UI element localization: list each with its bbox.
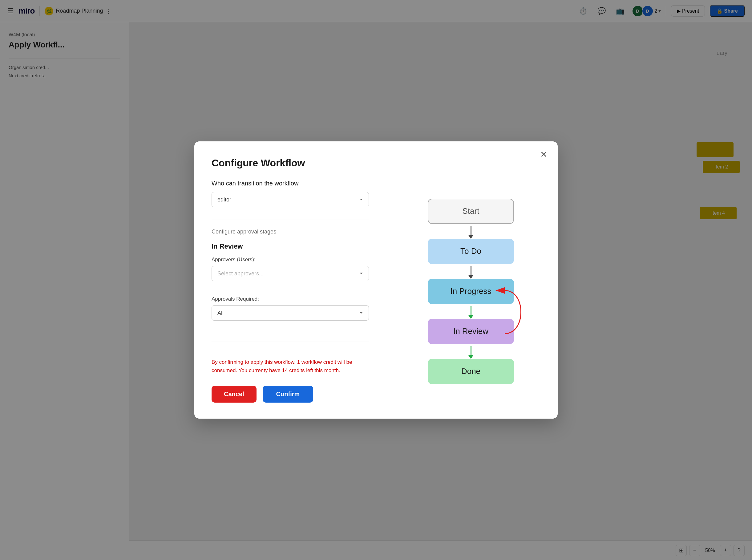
approvers-select[interactable]: Select approvers... [211, 266, 369, 281]
workflow-todo-node: To Do [428, 239, 514, 264]
modal-footer: Cancel Confirm [211, 386, 369, 403]
modal-form-section: Who can transition the workflow editor a… [211, 180, 384, 403]
form-divider-2 [211, 342, 369, 342]
workflow-inprogress-node: In Progress [428, 279, 514, 304]
arrow-inprogress-inreview [468, 304, 474, 319]
workflow-inreview-node: In Review [428, 319, 514, 344]
transition-select[interactable]: editor admin viewer [211, 192, 369, 207]
arrow-inreview-done [468, 344, 474, 359]
form-divider [211, 220, 369, 220]
approvers-label: Approvers (Users): [211, 257, 369, 263]
configure-workflow-modal: ✕ Configure Workflow Who can transition … [194, 141, 558, 419]
workflow-diagram: Start To Do In Progress [428, 199, 514, 384]
transition-label: Who can transition the workflow [211, 180, 369, 187]
warning-text: By confirming to apply this workflow, 1 … [211, 351, 369, 375]
modal-close-button[interactable]: ✕ [537, 147, 550, 161]
approvals-required-label: Approvals Required: [211, 296, 369, 302]
cancel-button[interactable]: Cancel [211, 386, 257, 403]
modal-body: Who can transition the workflow editor a… [211, 180, 541, 403]
inprogress-wrapper: In Progress [428, 279, 514, 304]
workflow-done-node: Done [428, 359, 514, 384]
arrow-todo-inprogress [468, 264, 474, 279]
workflow-diagram-section: Start To Do In Progress [384, 180, 541, 403]
arrow-start-todo [468, 224, 474, 239]
workflow-start-node: Start [428, 199, 514, 224]
modal-overlay: ✕ Configure Workflow Who can transition … [0, 0, 752, 560]
inreview-wrapper: In Review [428, 319, 514, 344]
modal-title: Configure Workflow [211, 157, 541, 169]
confirm-button[interactable]: Confirm [263, 386, 313, 403]
approvals-required-select[interactable]: All 1 2 3 [211, 305, 369, 321]
approval-stages-label: Configure approval stages [211, 228, 369, 235]
stage-title: In Review [211, 242, 369, 251]
